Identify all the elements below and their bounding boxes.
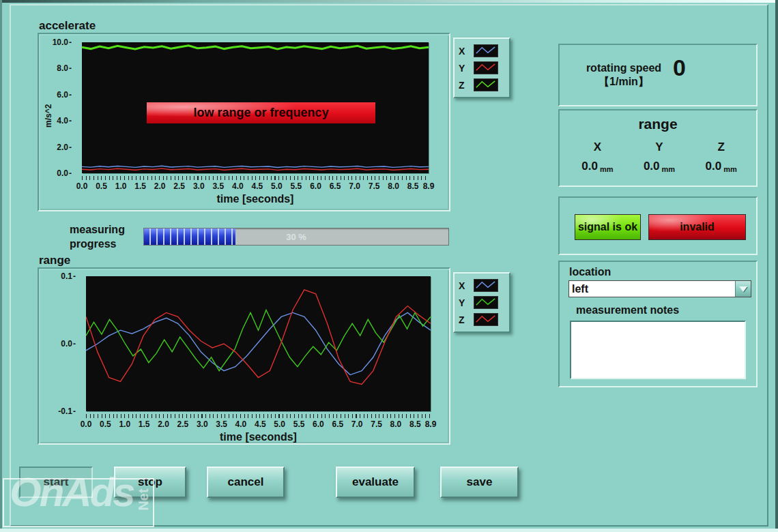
x-tick-label: 2.5 [173,181,185,191]
legend-entry-x: X [459,277,505,294]
window-edge-bottom [0,529,778,532]
window-edge-left [0,0,2,532]
measurement-notes-textarea[interactable] [570,321,746,379]
start-button[interactable]: start [19,467,93,498]
legend-label: Z [459,314,474,325]
range-x-axis-label: time [seconds] [86,431,431,443]
save-button[interactable]: save [440,467,519,498]
x-tick-label: 7.5 [371,419,382,429]
x-tick-label: 2.0 [154,181,166,191]
range-chart-panel: 0.10.0-0.1 0.00.51.01.52.02.53.03.54.04.… [38,267,450,445]
y-tick-label: 2.0 [57,143,72,152]
legend-entry-z: Z [459,311,505,328]
range-value-x-unit: mm [600,165,614,173]
range-value-z: 0.0mm [690,160,752,173]
window-edge-right [775,0,778,532]
accelerate-y-ticks: 10.08.06.04.02.00.0 [39,42,81,173]
range-value-x: 0.0mm [566,160,629,173]
rotating-speed-panel: rotating speed 【1/min】 0 [558,44,758,106]
invalid-indicator: invalid [648,214,746,240]
x-tick-label: 0.0 [76,181,88,191]
rotating-speed-label: rotating speed 【1/min】 [572,61,676,89]
x-tick-label: 3.5 [212,181,224,191]
legend-swatch-icon [474,296,498,309]
range-value-y-number: 0.0 [644,160,660,173]
rotating-speed-value: 0 [673,55,686,81]
range-value-y: 0.0mm [629,160,691,173]
range-x-tick-labels: 0.00.51.01.52.02.53.03.54.04.55.05.56.06… [86,419,431,430]
x-tick-label: 0.5 [100,419,111,429]
window-edge-top [0,0,778,3]
x-tick-label: 0.5 [96,181,107,191]
range-chart-title: range [39,254,70,267]
accelerate-title: accelerate [39,19,96,33]
x-tick-label: 5.0 [271,181,283,191]
y-tick-label: 8.0 [57,63,72,73]
x-tick-label: 4.5 [252,181,263,191]
x-tick-label: 1.5 [134,181,146,191]
range-value-z-unit: mm [723,165,737,173]
range-value-x-number: 0.0 [581,160,598,173]
series-X-line [86,312,431,374]
stop-button[interactable]: stop [114,467,186,498]
range-values-row: 0.0mm 0.0mm 0.0mm [566,160,752,173]
progress-percent-text: 30 % [144,232,448,242]
x-tick-label: 7.0 [351,419,363,429]
cancel-button[interactable]: cancel [207,467,285,498]
accelerate-x-tick-labels: 0.00.51.01.52.02.53.03.54.04.55.05.56.06… [82,181,429,192]
x-tick-label: 6.5 [332,419,343,429]
accelerate-legend: XYZ [453,38,510,98]
y-tick-label: 6.0 [57,90,72,100]
y-tick-label: 4.0 [57,116,72,125]
legend-entry-y: Y [459,294,505,311]
location-dropdown-button[interactable] [735,281,751,297]
x-tick-label: 2.0 [158,419,169,429]
x-tick-label: 8.0 [388,181,399,191]
series-X-line [82,166,429,167]
location-notes-panel: location measurement notes [558,261,758,387]
axis-header-x: X [566,141,629,154]
x-tick-label: 1.0 [119,419,130,429]
low-range-warning-banner: low range or frequency [147,102,375,123]
x-tick-label: 2.5 [177,419,189,429]
range-y-ticks: 0.10.0-0.1 [39,276,85,411]
x-tick-label: 6.5 [330,181,341,191]
legend-entry-y: Y [459,59,505,76]
axis-header-y: Y [629,141,691,154]
x-tick-label: 4.0 [235,419,247,429]
range-values-panel: range X Y Z 0.0mm 0.0mm 0.0mm [558,109,758,187]
range-plot-svg [86,276,431,411]
legend-label: X [459,280,474,291]
x-tick-label: 5.5 [291,181,302,191]
rotating-speed-unit: 【1/min】 [572,75,676,89]
measurement-notes-label: measurement notes [576,304,679,316]
range-value-y-unit: mm [662,165,676,173]
series-Y-line [86,310,431,371]
legend-label: Y [459,297,474,308]
accelerate-plot-area: low range or frequency [82,42,429,173]
legend-label: X [459,46,474,57]
y-tick-label: 0.1 [61,271,76,281]
legend-swatch-icon [474,61,498,74]
legend-swatch-icon [474,44,498,57]
location-dropdown-value[interactable] [572,281,729,297]
accelerate-x-axis-label: time [seconds] [82,193,429,205]
y-tick-label: 0.0 [61,339,76,349]
x-tick-label: 6.0 [310,181,321,191]
legend-label: Y [459,63,474,74]
location-label: location [569,266,611,278]
x-tick-label: 8.0 [390,419,402,429]
x-tick-label: 8.9 [423,181,435,191]
progress-label: measuring progress [70,222,125,251]
accelerate-chart-panel: m/s^2 10.08.06.04.02.00.0 low range or f… [38,33,450,211]
chevron-down-icon [739,286,747,292]
x-tick-label: 3.5 [216,419,227,429]
x-tick-label: 6.0 [313,419,324,429]
x-tick-label: 3.0 [193,181,205,191]
range-plot-area [86,276,431,411]
evaluate-button[interactable]: evaluate [336,467,415,498]
location-dropdown[interactable] [568,280,751,297]
axis-header-z: Z [690,141,752,154]
y-tick-label: -0.1 [58,407,76,416]
x-tick-label: 3.0 [197,419,208,429]
